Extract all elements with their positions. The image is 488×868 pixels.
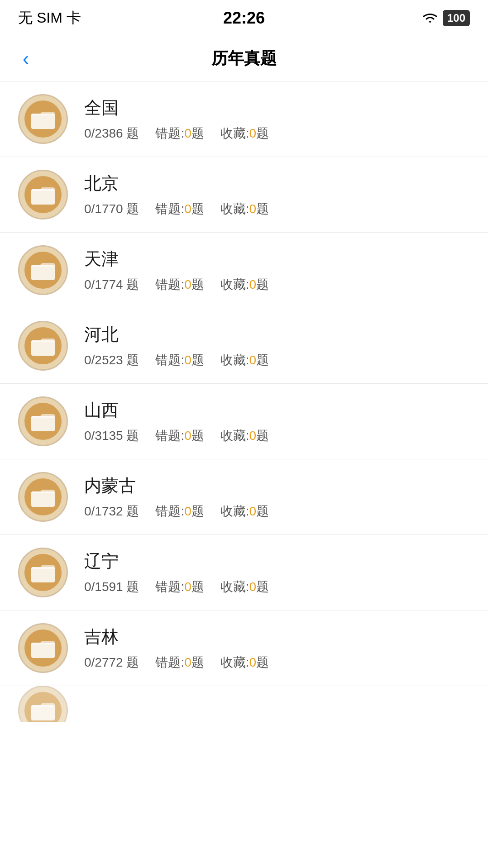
status-right-icons: 100 bbox=[422, 10, 470, 26]
wrong-count: 0 bbox=[184, 202, 191, 216]
favorite-suffix: 题 bbox=[256, 200, 269, 218]
wrong-suffix: 题 bbox=[191, 578, 204, 596]
favorite-count: 0 bbox=[249, 429, 257, 443]
wrong-label: 错题: bbox=[155, 503, 184, 520]
favorite-label: 收藏: bbox=[220, 427, 249, 444]
item-name: 河北 bbox=[84, 323, 470, 346]
stat-wrong-group: 错题:0题 bbox=[155, 503, 204, 520]
svg-rect-7 bbox=[31, 643, 55, 658]
favorite-label: 收藏: bbox=[220, 352, 249, 369]
wrong-count: 0 bbox=[184, 580, 191, 594]
folder-icon-inner-partial bbox=[24, 692, 62, 723]
favorite-suffix: 题 bbox=[256, 276, 269, 293]
folder-icon bbox=[30, 335, 56, 357]
list-item[interactable]: 辽宁 0/1591 题 错题:0题 收藏:0题 bbox=[0, 535, 488, 610]
list-item[interactable]: 天津 0/1774 题 错题:0题 收藏:0题 bbox=[0, 233, 488, 308]
nav-bar: ‹ 历年真题 bbox=[0, 36, 488, 81]
wifi-icon bbox=[422, 12, 438, 24]
folder-icon-wrap bbox=[18, 94, 68, 144]
favorite-count: 0 bbox=[249, 277, 257, 292]
wrong-suffix: 题 bbox=[191, 654, 204, 671]
folder-icon-inner bbox=[24, 100, 62, 138]
list-item[interactable]: 吉林 0/2772 题 错题:0题 收藏:0题 bbox=[0, 610, 488, 686]
favorite-count: 0 bbox=[249, 504, 257, 519]
item-info: 天津 0/1774 题 错题:0题 收藏:0题 bbox=[84, 248, 470, 293]
item-name: 吉林 bbox=[84, 625, 470, 649]
wrong-suffix: 题 bbox=[191, 200, 204, 218]
stat-progress: 0/1774 题 bbox=[84, 276, 139, 293]
wrong-label: 错题: bbox=[155, 276, 184, 293]
list-item[interactable]: 内蒙古 0/1732 题 错题:0题 收藏:0题 bbox=[0, 459, 488, 535]
stat-progress: 0/1732 题 bbox=[84, 503, 139, 520]
item-stats: 0/2386 题 错题:0题 收藏:0题 bbox=[84, 125, 470, 142]
carrier-label: 无 SIM 卡 bbox=[18, 8, 81, 28]
folder-icon-wrap bbox=[18, 245, 68, 295]
folder-icon-wrap bbox=[18, 623, 68, 673]
folder-icon-wrap bbox=[18, 396, 68, 446]
stat-favorite-group: 收藏:0题 bbox=[220, 427, 269, 444]
folder-icon bbox=[30, 562, 56, 583]
folder-icon-wrap bbox=[18, 170, 68, 219]
item-stats: 0/2523 题 错题:0题 收藏:0题 bbox=[84, 352, 470, 369]
stat-favorite-group: 收藏:0题 bbox=[220, 276, 269, 293]
folder-icon-inner bbox=[24, 478, 62, 515]
favorite-label: 收藏: bbox=[220, 276, 249, 293]
wrong-count: 0 bbox=[184, 504, 191, 519]
svg-rect-3 bbox=[31, 340, 55, 356]
stat-wrong-group: 错题:0题 bbox=[155, 654, 204, 671]
item-name: 北京 bbox=[84, 172, 470, 195]
wrong-count: 0 bbox=[184, 126, 191, 141]
favorite-count: 0 bbox=[249, 202, 257, 216]
favorite-suffix: 题 bbox=[256, 427, 269, 444]
item-info: 全国 0/2386 题 错题:0题 收藏:0题 bbox=[84, 96, 470, 142]
favorite-label: 收藏: bbox=[220, 578, 249, 596]
page-title: 历年真题 bbox=[211, 48, 277, 70]
folder-icon-wrap bbox=[18, 321, 68, 371]
stat-progress: 0/1770 题 bbox=[84, 200, 139, 218]
favorite-suffix: 题 bbox=[256, 125, 269, 142]
favorite-label: 收藏: bbox=[220, 654, 249, 671]
wrong-suffix: 题 bbox=[191, 125, 204, 142]
item-info: 北京 0/1770 题 错题:0题 收藏:0题 bbox=[84, 172, 470, 218]
item-name: 山西 bbox=[84, 399, 470, 422]
item-stats: 0/1732 题 错题:0题 收藏:0题 bbox=[84, 503, 470, 520]
folder-icon-wrap bbox=[18, 472, 68, 522]
wrong-count: 0 bbox=[184, 353, 191, 367]
wrong-suffix: 题 bbox=[191, 503, 204, 520]
svg-rect-1 bbox=[31, 189, 55, 205]
favorite-label: 收藏: bbox=[220, 125, 249, 142]
wrong-label: 错题: bbox=[155, 200, 184, 218]
wrong-label: 错题: bbox=[155, 352, 184, 369]
item-stats: 0/1774 题 错题:0题 收藏:0题 bbox=[84, 276, 470, 293]
list-item[interactable]: 全国 0/2386 题 错题:0题 收藏:0题 bbox=[0, 81, 488, 157]
list-item[interactable]: 山西 0/3135 题 错题:0题 收藏:0题 bbox=[0, 384, 488, 459]
item-stats: 0/1591 题 错题:0题 收藏:0题 bbox=[84, 578, 470, 596]
item-info: 内蒙古 0/1732 题 错题:0题 收藏:0题 bbox=[84, 474, 470, 520]
stat-wrong-group: 错题:0题 bbox=[155, 200, 204, 218]
wrong-count: 0 bbox=[184, 429, 191, 443]
svg-rect-6 bbox=[31, 567, 55, 582]
folder-icon bbox=[30, 486, 56, 508]
item-info: 辽宁 0/1591 题 错题:0题 收藏:0题 bbox=[84, 550, 470, 596]
item-info: 吉林 0/2772 题 错题:0题 收藏:0题 bbox=[84, 625, 470, 671]
wrong-suffix: 题 bbox=[191, 352, 204, 369]
folder-icon bbox=[30, 410, 56, 432]
favorite-suffix: 题 bbox=[256, 352, 269, 369]
list-item[interactable]: 北京 0/1770 题 错题:0题 收藏:0题 bbox=[0, 157, 488, 233]
favorite-label: 收藏: bbox=[220, 200, 249, 218]
favorite-count: 0 bbox=[249, 353, 257, 367]
stat-favorite-group: 收藏:0题 bbox=[220, 578, 269, 596]
wrong-count: 0 bbox=[184, 655, 191, 670]
list-item-partial[interactable] bbox=[0, 686, 488, 722]
wrong-label: 错题: bbox=[155, 125, 184, 142]
region-list: 全国 0/2386 题 错题:0题 收藏:0题 北京 bbox=[0, 81, 488, 722]
svg-rect-4 bbox=[31, 416, 55, 431]
battery-indicator: 100 bbox=[443, 10, 470, 26]
back-button[interactable]: ‹ bbox=[18, 48, 33, 70]
status-bar: 无 SIM 卡 22:26 100 bbox=[0, 0, 488, 36]
folder-icon-wrap bbox=[18, 548, 68, 597]
folder-icon-partial bbox=[30, 700, 56, 721]
svg-rect-5 bbox=[31, 491, 55, 507]
item-info: 山西 0/3135 题 错题:0题 收藏:0题 bbox=[84, 399, 470, 444]
list-item[interactable]: 河北 0/2523 题 错题:0题 收藏:0题 bbox=[0, 308, 488, 384]
